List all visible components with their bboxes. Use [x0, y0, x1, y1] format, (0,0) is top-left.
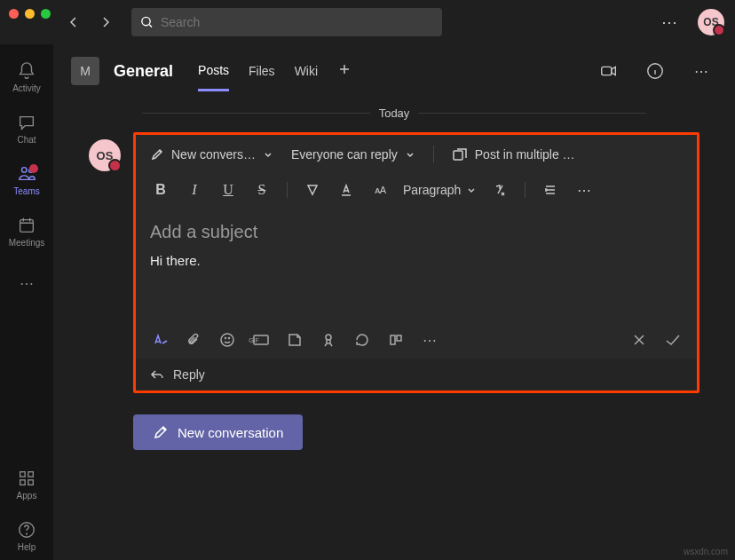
chevron-down-icon — [405, 149, 415, 160]
compose-more-button[interactable]: ⋯ — [420, 330, 439, 350]
topbar: ⋯ OS — [0, 0, 735, 44]
format-toggle-button[interactable] — [150, 330, 170, 350]
chevron-down-icon — [466, 185, 477, 195]
rail-meetings[interactable]: Meetings — [0, 208, 53, 256]
compose-box: New convers… Everyone can reply Post in … — [136, 135, 697, 359]
rail-activity[interactable]: Activity — [0, 53, 53, 101]
clear-formatting-button[interactable] — [489, 179, 510, 201]
rail-more[interactable]: ⋯ — [0, 259, 53, 307]
discard-button[interactable] — [629, 330, 649, 350]
compose-highlight: New convers… Everyone can reply Post in … — [133, 132, 699, 393]
add-tab-button[interactable] — [337, 62, 352, 80]
bell-icon — [17, 61, 36, 81]
send-button[interactable] — [663, 330, 683, 350]
italic-button[interactable]: I — [184, 179, 205, 201]
channel-name: General — [114, 62, 173, 81]
compose-icon — [150, 147, 164, 162]
emoji-button[interactable] — [217, 330, 237, 350]
underline-button[interactable]: U — [217, 179, 239, 201]
font-size-button[interactable]: ᴀA — [369, 179, 391, 201]
svg-point-14 — [225, 338, 226, 339]
svg-point-13 — [221, 334, 233, 346]
svg-rect-12 — [454, 151, 462, 160]
gif-button[interactable]: GIF — [251, 330, 271, 350]
svg-rect-6 — [20, 480, 26, 485]
svg-rect-4 — [20, 472, 26, 477]
search-icon — [140, 15, 154, 29]
svg-point-0 — [142, 17, 150, 25]
svg-point-1 — [22, 168, 28, 173]
subject-input[interactable]: Add a subject — [150, 222, 683, 242]
app-rail: Activity Chat Teams Meetings ⋯ Apps Hel — [0, 44, 53, 560]
reply-button[interactable]: Reply — [136, 359, 697, 390]
team-badge[interactable]: M — [71, 57, 99, 85]
bold-button[interactable]: B — [150, 179, 171, 201]
reply-icon — [150, 367, 164, 382]
calendar-icon — [17, 216, 36, 235]
user-avatar[interactable]: OS — [698, 9, 724, 35]
chat-icon — [17, 113, 36, 132]
info-button[interactable] — [639, 55, 671, 87]
teams-icon — [17, 164, 36, 184]
rail-help[interactable]: Help — [0, 512, 53, 560]
meet-button[interactable] — [593, 55, 625, 87]
nav-forward-button[interactable] — [94, 11, 117, 34]
search-box[interactable] — [131, 8, 442, 36]
window-traffic-lights[interactable] — [9, 9, 51, 19]
channel-tabs: Posts Files Wiki — [198, 62, 352, 80]
search-input[interactable] — [161, 15, 433, 29]
post-type-dropdown[interactable]: New convers… — [150, 147, 273, 162]
notification-badge — [29, 164, 38, 173]
highlight-button[interactable] — [302, 179, 323, 201]
tab-files[interactable]: Files — [249, 64, 275, 90]
svg-rect-5 — [28, 472, 34, 477]
compose-actions-bar: GIF ⋯ — [136, 321, 697, 359]
svg-point-9 — [27, 533, 28, 534]
chevron-down-icon — [263, 149, 273, 160]
indent-button[interactable] — [540, 179, 561, 201]
attach-button[interactable] — [184, 330, 203, 350]
tab-wiki[interactable]: Wiki — [295, 64, 318, 90]
approvals-button[interactable] — [352, 330, 372, 350]
header-more-button[interactable]: ⋯ — [685, 55, 717, 87]
tab-posts[interactable]: Posts — [198, 63, 229, 91]
date-divider: Today — [142, 106, 646, 120]
compose-icon — [153, 424, 169, 440]
stream-button[interactable] — [386, 330, 406, 350]
rail-apps[interactable]: Apps — [0, 461, 53, 509]
topbar-more-button[interactable]: ⋯ — [655, 8, 684, 36]
multi-channel-icon — [452, 146, 468, 162]
strike-button[interactable]: S — [251, 179, 273, 201]
svg-point-17 — [326, 335, 331, 340]
svg-rect-7 — [28, 480, 34, 485]
format-more-button[interactable]: ⋯ — [573, 179, 595, 201]
apps-icon — [17, 469, 36, 488]
reply-scope-dropdown[interactable]: Everyone can reply — [291, 147, 415, 162]
format-toolbar: B I U S ᴀA Paragraph — [136, 174, 697, 206]
post-author-avatar[interactable]: OS — [89, 139, 121, 171]
paragraph-dropdown[interactable]: Paragraph — [403, 183, 477, 197]
post-multiple-button[interactable]: Post in multiple … — [452, 146, 575, 162]
sticker-button[interactable] — [285, 330, 304, 350]
font-color-button[interactable] — [336, 179, 357, 201]
svg-rect-18 — [391, 335, 395, 344]
rail-chat[interactable]: Chat — [0, 105, 53, 153]
svg-rect-3 — [20, 220, 34, 233]
praise-button[interactable] — [319, 330, 338, 350]
svg-rect-10 — [602, 67, 612, 75]
watermark: wsxdn.com — [684, 547, 728, 556]
svg-rect-19 — [397, 335, 401, 341]
more-icon: ⋯ — [17, 273, 36, 293]
nav-back-button[interactable] — [62, 11, 85, 34]
new-conversation-button[interactable]: New conversation — [133, 414, 303, 450]
message-input[interactable]: Hi there. — [150, 253, 683, 268]
rail-teams[interactable]: Teams — [0, 156, 53, 204]
help-icon — [17, 520, 36, 540]
channel-header: M General Posts Files Wiki ⋯ — [53, 44, 735, 98]
svg-point-15 — [229, 338, 230, 339]
